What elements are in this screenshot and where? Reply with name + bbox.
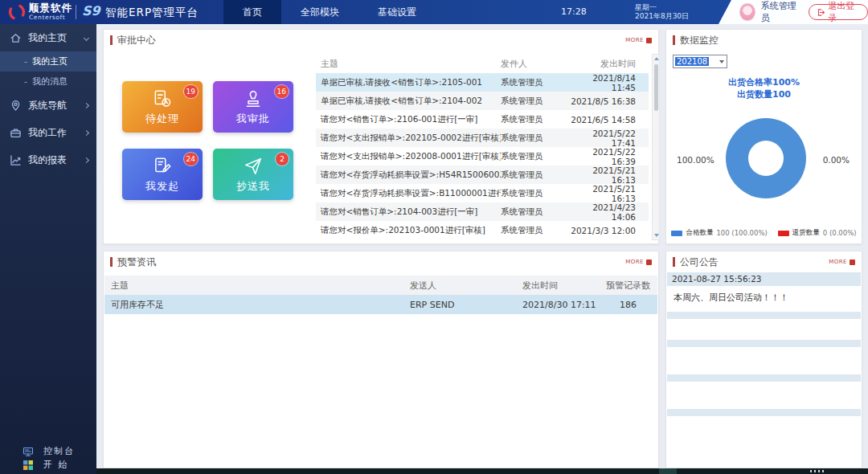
panel-title: 数据监控	[680, 34, 719, 47]
start-button[interactable]: 开 始	[0, 458, 96, 472]
title-accent-bar	[673, 257, 675, 267]
tab-basic-settings[interactable]: 基础设置	[358, 0, 436, 24]
approval-table-header: 主题 发件人 发出时间	[316, 54, 649, 73]
donut-right-label: 0.00%	[823, 155, 850, 165]
pending-doc-clock-icon	[152, 88, 173, 109]
app-title: 智能ERP管理平台	[105, 0, 199, 24]
title-accent-bar	[110, 35, 113, 45]
empty-row-band	[667, 312, 861, 319]
table-row[interactable]: 请您对<支出报销单>:202105-0002进行[审核] 系统管理员 2021/…	[316, 129, 649, 147]
sidebar-item-my-reports[interactable]: 我的报表	[0, 146, 96, 174]
approval-table: 主题 发件人 发出时间 单据已审核,请接收<销售订单>:2105-001 系统管…	[316, 54, 649, 239]
more-icon	[646, 38, 652, 43]
report-icon	[10, 154, 22, 166]
scroll-up-icon[interactable]	[654, 57, 659, 60]
panel-title: 公司公告	[680, 255, 719, 269]
bottom-taskbar	[96, 468, 868, 474]
period-select[interactable]: 202108	[673, 55, 727, 68]
table-row[interactable]: 单据已审核,请接收<销售订单>:2104-002 系统管理员 2021/8/5 …	[316, 92, 649, 110]
chevron-right-icon	[84, 157, 89, 162]
scrollbar-thumb[interactable]	[654, 64, 658, 111]
company-name-en: Centersoft	[29, 14, 65, 21]
table-row[interactable]: 请您对<存货浮动耗损率设置>:B11000001进行[审核] 系统管理员 202…	[316, 184, 649, 202]
data-monitor-header: 数据监控	[666, 30, 862, 51]
table-row[interactable]: 可用库存不足 ERP SEND 2021/8/30 17:11 186	[104, 295, 657, 314]
username: 系统管理员	[761, 0, 800, 24]
panel-title: 审批中心	[117, 34, 156, 47]
tile-my-approvals[interactable]: 16 我审批	[213, 81, 293, 133]
stamp-icon	[243, 88, 264, 109]
legend-swatch-red	[778, 231, 789, 236]
user-avatar[interactable]	[739, 3, 755, 21]
title-accent-bar	[673, 35, 675, 45]
sidebar-footer: 控制台 开 始	[0, 444, 96, 472]
taskbar-segment	[659, 468, 677, 474]
top-bar: 顺景软件 Centersoft S9 智能ERP管理平台 首页 全部模块 基础设…	[0, 0, 868, 24]
divider	[76, 5, 76, 19]
more-link[interactable]: MORE	[625, 37, 652, 43]
my-approvals-count-badge: 16	[275, 85, 289, 98]
chevron-down-icon	[84, 35, 89, 40]
table-row[interactable]: 请您对<报价单>:202103-0001进行[审核] 系统管理员 2021/3/…	[316, 221, 649, 239]
cc-me-count-badge: 2	[276, 153, 289, 165]
logout-button[interactable]: 退出登录	[809, 4, 868, 20]
briefcase-icon	[10, 127, 22, 139]
scroll-down-icon[interactable]	[654, 234, 659, 237]
sidebar: 我的主页 我的主页 我的消息 系统导航 我的工作 我的报表 控制台	[0, 24, 96, 474]
table-scrollbar[interactable]	[652, 54, 660, 240]
select-chevron-icon	[719, 60, 724, 63]
console-icon	[23, 446, 34, 457]
title-accent-bar	[110, 257, 113, 267]
donut-hole	[748, 141, 784, 176]
chevron-right-icon	[84, 102, 89, 108]
date-block: 星期一 2021年8月30日	[635, 3, 689, 21]
weekday: 星期一	[635, 3, 689, 12]
pass-rate-text: 出货合格率100%	[666, 76, 862, 88]
logout-icon	[817, 8, 825, 17]
start-icon	[23, 460, 34, 471]
empty-row-band	[667, 374, 861, 382]
home-icon	[10, 32, 22, 44]
tile-my-initiated[interactable]: 24 我发起	[122, 149, 203, 200]
table-row[interactable]: 请您对<存货浮动耗损率设置>:H54R15006002进行[审核] 系统管理员 …	[316, 165, 649, 184]
alerts-panel: 预警资讯 MORE 主题 发送人 发出时间 预警记录数 可用库存不足 ERP S…	[103, 251, 659, 468]
sidebar-item-my-home[interactable]: 我的主页	[0, 24, 96, 51]
alerts-header: 预警资讯 MORE	[104, 251, 658, 272]
tab-home[interactable]: 首页	[223, 0, 281, 24]
donut-left-label: 100.00%	[677, 155, 714, 165]
data-monitor-panel: 数据监控 202108 出货合格率100% 出货数量100 100.00% 0.…	[665, 29, 862, 244]
my-initiated-count-badge: 24	[184, 153, 198, 165]
sidebar-subitem-my-messages[interactable]: 我的消息	[0, 72, 96, 92]
console-button[interactable]: 控制台	[0, 444, 96, 458]
table-row[interactable]: 请您对<支出报销单>:202008-0001进行[审核] 系统管理员 2021/…	[316, 147, 649, 165]
legend-item-return: 退货数量 0 (0.00%)	[778, 228, 857, 238]
table-row[interactable]: 请您对<销售订单>:2104-003进行[一审] 系统管理员 2021/4/23…	[316, 202, 649, 221]
sidebar-item-my-work[interactable]: 我的工作	[0, 119, 96, 146]
legend-item-pass: 合格数量 100 (100.00%)	[671, 228, 767, 238]
announcement-content: 本周六、周日公司活动！！！	[667, 286, 861, 309]
logout-label: 退出登录	[828, 0, 859, 24]
announcement-datetime[interactable]: 2021-08-27 15:56:23	[667, 272, 861, 286]
approval-center-header: 审批中心 MORE	[104, 30, 658, 51]
table-row[interactable]: 单据已审核,请接收<销售订单>:2105-001 系统管理员 2021/8/14…	[316, 73, 649, 92]
main-content: 审批中心 MORE 19 待处理 16 我审批 24 我发起	[96, 24, 868, 474]
tab-all-modules[interactable]: 全部模块	[281, 0, 358, 24]
tile-pending[interactable]: 19 待处理	[122, 81, 203, 133]
table-row[interactable]: 请您对<销售订单>:2106-001进行[一审] 系统管理员 2021/6/5 …	[316, 110, 649, 129]
announcement-header: 公司公告 MORE	[666, 251, 862, 272]
more-link[interactable]: MORE	[625, 259, 652, 265]
more-link[interactable]: MORE	[829, 259, 855, 265]
shipment-qty-text: 出货数量100	[666, 88, 862, 100]
main-nav: 首页 全部模块 基础设置	[223, 0, 436, 24]
company-logo-icon	[8, 3, 26, 21]
period-value: 202108	[675, 57, 709, 66]
sidebar-item-system-nav[interactable]: 系统导航	[0, 92, 96, 119]
sidebar-subitem-my-home[interactable]: 我的主页	[0, 51, 96, 72]
empty-row-band	[667, 409, 861, 416]
doc-edit-icon	[152, 156, 173, 177]
announcement-panel: 公司公告 MORE 2021-08-27 15:56:23 本周六、周日公司活动…	[665, 251, 862, 468]
taskbar-dots	[810, 470, 825, 472]
donut-chart	[726, 118, 806, 198]
panel-title: 预警资讯	[117, 255, 156, 269]
tile-cc-me[interactable]: 2 抄送我	[213, 149, 293, 200]
